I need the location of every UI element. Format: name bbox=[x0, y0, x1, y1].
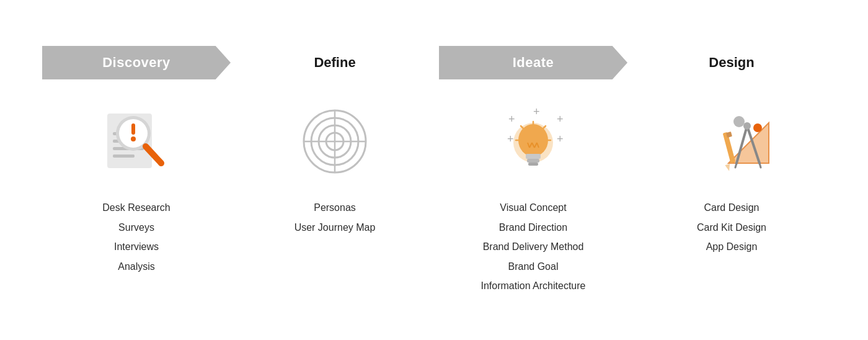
item-interviews: Interviews bbox=[114, 239, 159, 255]
item-information-architecture: Information Architecture bbox=[481, 278, 586, 294]
svg-text:+: + bbox=[507, 133, 514, 145]
svg-text:+: + bbox=[533, 105, 540, 118]
item-brand-delivery-method: Brand Delivery Method bbox=[483, 239, 584, 255]
item-brand-goal: Brand Goal bbox=[508, 259, 559, 275]
svg-rect-4 bbox=[113, 154, 135, 158]
item-surveys: Surveys bbox=[118, 220, 154, 236]
phase-design: Design bbox=[632, 46, 831, 255]
process-container: Discovery Desk Research bbox=[0, 27, 868, 313]
phase-icon-discovery bbox=[93, 98, 180, 185]
phase-header-ideate: Ideate bbox=[439, 46, 627, 79]
item-brand-direction: Brand Direction bbox=[499, 220, 567, 236]
phase-title-ideate: Ideate bbox=[513, 55, 554, 71]
phase-title-design: Design bbox=[709, 55, 754, 71]
item-visual-concept: Visual Concept bbox=[500, 200, 566, 216]
phase-icon-ideate: + + + + + bbox=[490, 98, 577, 185]
phase-items-define: Personas User Journey Map bbox=[294, 200, 376, 235]
svg-line-43 bbox=[735, 163, 737, 168]
phase-title-discovery: Discovery bbox=[102, 55, 170, 71]
phase-header-design: Design bbox=[632, 46, 831, 79]
svg-rect-24 bbox=[527, 159, 539, 163]
svg-point-38 bbox=[733, 116, 745, 127]
svg-text:+: + bbox=[557, 133, 564, 145]
phase-icon-design bbox=[688, 98, 775, 185]
svg-point-39 bbox=[753, 123, 762, 132]
phase-ideate: Ideate + + + + + bbox=[434, 46, 632, 294]
phase-header-discovery: Discovery bbox=[42, 46, 231, 79]
phase-items-design: Card Design Card Kit Design App Design bbox=[697, 200, 766, 255]
svg-line-44 bbox=[760, 163, 761, 168]
svg-text:+: + bbox=[508, 113, 515, 125]
svg-rect-25 bbox=[528, 163, 538, 166]
item-card-kit-design: Card Kit Design bbox=[697, 220, 766, 236]
svg-point-8 bbox=[131, 136, 136, 141]
phase-items-ideate: Visual Concept Brand Direction Brand Del… bbox=[481, 200, 586, 294]
phase-define: Define Personas User Journey Map bbox=[236, 46, 434, 235]
phase-items-discovery: Desk Research Surveys Interviews Analysi… bbox=[102, 200, 170, 274]
item-user-journey-map: User Journey Map bbox=[294, 220, 376, 236]
phase-discovery: Discovery Desk Research bbox=[37, 46, 236, 274]
item-card-design: Card Design bbox=[704, 200, 760, 216]
svg-rect-7 bbox=[131, 123, 135, 135]
phase-header-define: Define bbox=[236, 46, 434, 79]
svg-marker-46 bbox=[725, 164, 732, 172]
item-desk-research: Desk Research bbox=[102, 200, 170, 216]
item-app-design: App Design bbox=[706, 239, 758, 255]
item-analysis: Analysis bbox=[118, 259, 155, 275]
svg-text:+: + bbox=[557, 113, 564, 125]
item-personas: Personas bbox=[314, 200, 356, 216]
phase-title-define: Define bbox=[314, 55, 355, 71]
phase-icon-define bbox=[291, 98, 378, 185]
svg-rect-23 bbox=[526, 154, 541, 159]
svg-point-42 bbox=[743, 122, 751, 130]
